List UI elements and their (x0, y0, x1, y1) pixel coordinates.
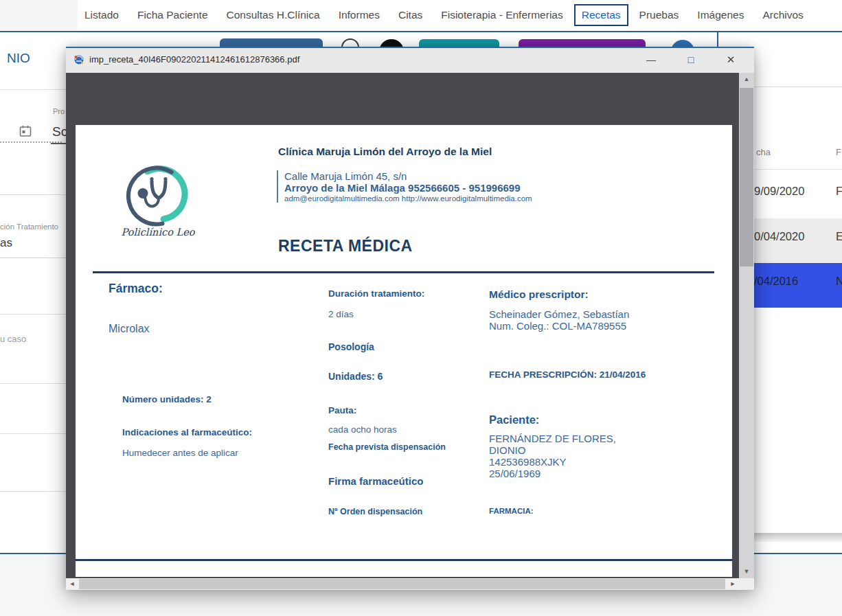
table-cell-date: 9/09/2020 (754, 185, 804, 198)
paciente-label: Paciente: (489, 413, 539, 426)
window-title: imp_receta_40I46F09022021141246161287636… (89, 54, 299, 65)
clinic-address-line3: adm@eurodigitalmultimedia.com http://www… (284, 194, 532, 203)
professional-field-underline (51, 143, 66, 144)
firma-farmaceutico-label: Firma farmaceútico (328, 475, 423, 487)
tab-consultas-hclinica[interactable]: Consultas H.Clínica (227, 9, 320, 21)
vertical-scrollbar[interactable]: ▲ ▼ (739, 73, 754, 578)
fecha-prescripcion: FECHA PRESCRIPCIÓN: 21/04/2016 (489, 369, 646, 380)
clinic-address-line2: Arroyo de la Miel Málaga 952566605 - 951… (284, 182, 532, 194)
tab-fisioterapia-enfermerias[interactable]: Fisioterapia - Enfermerias (441, 9, 562, 21)
numero-unidades: Número unidades: 2 (122, 394, 212, 404)
paciente-fecha-nacimiento: 25/06/1969 (489, 468, 616, 479)
pauta-label: Pauta: (328, 405, 356, 415)
medico-prescriptor-label: Médico prescriptor: (489, 288, 589, 301)
document-title: RECETA MÉDICA (278, 237, 413, 255)
duration-label-partial: ción Tratamiento (0, 223, 58, 231)
orden-dispensacion-label: Nº Orden dispensación (328, 507, 422, 516)
tab-bar: Listado Ficha Paciente Consultas H.Clíni… (84, 0, 804, 30)
case-text-partial: u caso (0, 334, 26, 344)
divider (0, 258, 66, 258)
nav-corner-block (0, 0, 78, 30)
table-cell-col2: E (836, 230, 842, 243)
divider (0, 383, 66, 384)
window-app-icon (73, 54, 84, 65)
table-cell-date: /04/2016 (754, 275, 798, 288)
indicaciones-value: Humedecer antes de aplicar (122, 448, 238, 458)
posologia-label: Posología (328, 341, 374, 352)
pauta-value: cada ocho horas (328, 424, 397, 435)
clinic-address-line1: Calle Maruja Limón 45, s/n (284, 170, 532, 182)
divider (0, 194, 66, 195)
tab-pruebas[interactable]: Pruebas (639, 9, 679, 21)
tab-informes[interactable]: Informes (339, 9, 380, 21)
divider (0, 89, 66, 90)
calendar-icon[interactable] (19, 124, 32, 138)
tab-imagenes[interactable]: Imágenes (697, 9, 744, 21)
pdf-viewer-window: imp_receta_40I46F09022021141246161287636… (66, 47, 754, 589)
table-cell-date: 0/04/2020 (754, 230, 804, 243)
close-button[interactable]: ✕ (716, 48, 746, 71)
header-rule (93, 271, 714, 273)
table-header-fecha-partial: cha (756, 147, 771, 157)
fecha-prevista-label: Fecha prevista dispensación (328, 442, 446, 452)
divider (0, 314, 66, 315)
tab-citas[interactable]: Citas (398, 9, 422, 21)
divider (0, 433, 66, 434)
pdf-viewer-area: Policlínico Leo Clínica Maruja Limón del… (66, 73, 739, 578)
clinic-logo-caption: Policlínico Leo (103, 227, 213, 238)
window-titlebar[interactable]: imp_receta_40I46F09022021141246161287636… (66, 48, 754, 71)
table-cell-col2: N (836, 275, 842, 288)
table-header-col2-partial: F (836, 147, 841, 157)
divider (0, 491, 66, 492)
tab-listado[interactable]: Listado (84, 9, 119, 21)
professional-label-partial: Pro (53, 107, 65, 115)
clinic-name: Clínica Maruja Limón del Arroyo de la Mi… (278, 146, 492, 158)
paciente-nombre: DIONIO (489, 444, 616, 456)
horizontal-scrollbar-thumb[interactable] (79, 579, 725, 589)
paciente-apellidos: FERNÁNDEZ DE FLORES, (489, 433, 616, 444)
tab-archivos[interactable]: Archivos (762, 9, 803, 21)
clinic-address-block: Calle Maruja Limón 45, s/n Arroyo de la … (277, 170, 532, 203)
pdf-page: Policlínico Leo Clínica Maruja Limón del… (76, 125, 732, 577)
scroll-left-icon[interactable]: ◄ (66, 578, 78, 590)
table-cell-col2: F (836, 185, 842, 198)
column-divider-line (717, 32, 718, 47)
duracion-label: Duración tratamiento: (328, 288, 424, 299)
screen: Listado Ficha Paciente Consultas H.Clíni… (0, 0, 842, 616)
medico-name: Scheinader Gómez, Sebastían (489, 308, 629, 320)
farmacia-label: FARMACIA: (489, 507, 534, 515)
scroll-down-icon[interactable]: ▼ (739, 565, 754, 578)
paciente-data-block: FERNÁNDEZ DE FLORES, DIONIO 142536988XJK… (489, 433, 616, 479)
farmaco-label: Fármaco: (109, 282, 163, 296)
farmaco-value: Microlax (109, 323, 150, 335)
unidades-value: Unidades: 6 (328, 371, 383, 382)
nav-underline (0, 31, 842, 32)
vertical-scrollbar-thumb[interactable] (740, 88, 753, 266)
stethoscope-icon (123, 159, 194, 229)
tab-ficha-paciente[interactable]: Ficha Paciente (137, 9, 208, 21)
horizontal-scrollbar[interactable]: ◄ ► (66, 578, 754, 590)
duracion-value: 2 días (328, 309, 354, 319)
paciente-dni: 142536988XJKY (489, 456, 616, 468)
patient-header-partial: NIO (7, 51, 30, 66)
indicaciones-label: Indicaciones al farmaceútico: (122, 427, 252, 437)
minimize-button[interactable]: — (636, 48, 666, 71)
duration-value-partial: as (0, 236, 12, 250)
footer-rule (76, 559, 732, 561)
scroll-right-icon[interactable]: ► (727, 578, 739, 590)
scroll-up-icon[interactable]: ▲ (739, 73, 754, 86)
maximize-button[interactable]: □ (676, 48, 706, 71)
clinic-logo (113, 158, 203, 237)
tab-recetas[interactable]: Recetas (574, 4, 628, 26)
professional-field-partial[interactable]: Sc (52, 124, 67, 139)
medico-num-colegiado: Num. Coleg.: COL-MA789555 (489, 320, 626, 332)
